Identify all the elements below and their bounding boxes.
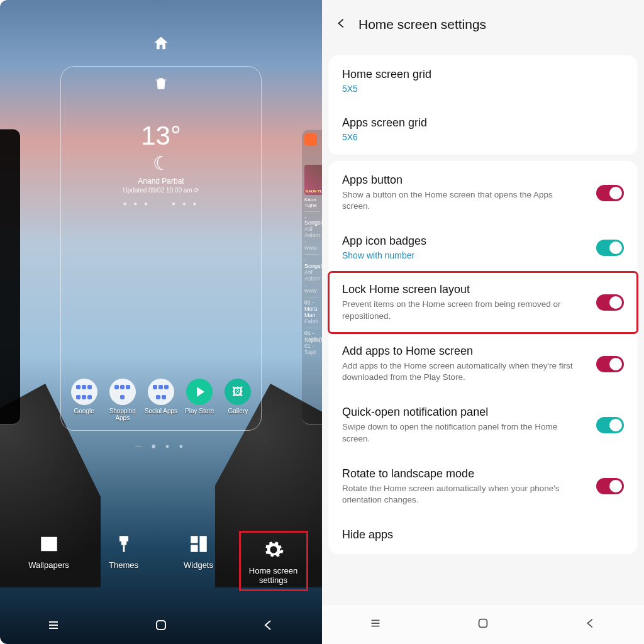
- app-bar: Home screen settings: [322, 0, 644, 49]
- row-home-screen-grid[interactable]: Home screen grid 5X5: [328, 57, 638, 105]
- toggle-add-apps-home[interactable]: [596, 356, 624, 372]
- dock-folders: Google Shopping Apps Social Apps Play St…: [61, 379, 261, 421]
- page-peek-right-music[interactable]: Kaun Tujhe - SongsCloud.Atif Aslam - www…: [302, 129, 322, 425]
- image-icon: [14, 531, 84, 557]
- app-gallery[interactable]: 🖼Gallery: [219, 379, 256, 421]
- home-default-icon[interactable]: [152, 35, 170, 55]
- toggle-apps-button[interactable]: [596, 185, 624, 201]
- row-add-apps-home[interactable]: Add apps to Home screen Add apps to the …: [328, 333, 638, 394]
- delete-page-icon[interactable]: [153, 75, 169, 94]
- launcher-edit-screen: Kaun Tujhe - SongsCloud.Atif Aslam - www…: [0, 0, 322, 644]
- wallpapers-button[interactable]: Wallpapers: [14, 531, 84, 591]
- settings-card-main: Apps button Show a button on the Home sc…: [328, 161, 638, 554]
- settings-card-grid: Home screen grid 5X5 Apps screen grid 5X…: [328, 55, 638, 155]
- svg-rect-1: [479, 619, 487, 627]
- row-apps-screen-grid[interactable]: Apps screen grid 5X6: [328, 105, 638, 153]
- row-hide-apps[interactable]: Hide apps: [328, 517, 638, 553]
- launcher-bottom-actions: Wallpapers Themes Widgets Home screen se…: [0, 531, 322, 591]
- nav-recent-icon[interactable]: [369, 616, 382, 633]
- song-item: 01 - Mera ManFalak: [304, 297, 320, 325]
- row-rotate-landscape[interactable]: Rotate to landscape mode Rotate the Home…: [328, 456, 638, 517]
- home-page-thumbnail[interactable]: 13° ☾ Anand Parbat Updated 09/02 10:00 a…: [60, 66, 262, 431]
- app-play-store[interactable]: Play Store: [181, 379, 218, 421]
- nav-home-icon[interactable]: [153, 618, 169, 633]
- nav-back-icon[interactable]: [584, 616, 597, 633]
- album-art: [304, 165, 322, 195]
- settings-list[interactable]: Home screen grid 5X5 Apps screen grid 5X…: [322, 49, 644, 644]
- widget-dots: ● ● ● ● ● ●: [123, 200, 199, 207]
- song-item: 01 - Sajda(MyM01 - Sajd: [304, 328, 320, 356]
- row-quick-open-panel[interactable]: Quick-open notification panel Swipe down…: [328, 394, 638, 455]
- moon-icon: ☾: [125, 152, 198, 174]
- flipboard-icon: [304, 133, 317, 146]
- page-peek-left[interactable]: [0, 129, 20, 425]
- weather-location: Anand Parbat: [123, 177, 199, 186]
- row-apps-button[interactable]: Apps button Show a button on the Home sc…: [328, 162, 638, 223]
- back-button[interactable]: [335, 16, 348, 33]
- row-app-icon-badges[interactable]: App icon badges Show with number: [328, 223, 638, 272]
- weather-widget[interactable]: 13° ☾ Anand Parbat Updated 09/02 10:00 a…: [123, 121, 199, 194]
- row-lock-home-layout[interactable]: Lock Home screen layout Prevent items on…: [328, 272, 638, 333]
- folder-google[interactable]: Google: [66, 379, 103, 421]
- folder-shopping[interactable]: Shopping Apps: [104, 379, 141, 421]
- nav-back-icon[interactable]: [261, 618, 276, 633]
- toggle-quick-open-panel[interactable]: [596, 417, 624, 433]
- toggle-app-icon-badges[interactable]: [596, 240, 624, 256]
- toggle-lock-home-layout[interactable]: [596, 294, 624, 311]
- page-title: Home screen settings: [358, 17, 486, 32]
- nav-bar: [0, 606, 322, 644]
- themes-button[interactable]: Themes: [89, 531, 158, 591]
- brush-icon: [89, 531, 158, 557]
- settings-screen: Home screen settings Home screen grid 5X…: [322, 0, 644, 644]
- folder-social[interactable]: Social Apps: [143, 379, 179, 421]
- now-playing-title: Kaun Tujhe: [304, 197, 320, 209]
- svg-rect-0: [157, 621, 165, 630]
- weather-temp: 13°: [123, 121, 199, 151]
- gear-icon: [242, 536, 305, 563]
- song-item: - SongsCloud.Atif Aslam - www.: [304, 254, 320, 294]
- widgets-icon: [164, 531, 233, 557]
- weather-updated: Updated 09/02 10:00 am ⟳: [123, 187, 199, 194]
- song-item: - SongsCloud.Atif Aslam - www.: [304, 211, 320, 252]
- nav-home-icon[interactable]: [476, 616, 490, 633]
- page-indicator: — ■ ● ●: [135, 442, 187, 450]
- nav-bar: [322, 604, 644, 644]
- toggle-rotate-landscape[interactable]: [596, 478, 624, 494]
- nav-recent-icon[interactable]: [46, 618, 61, 633]
- widgets-button[interactable]: Widgets: [164, 531, 233, 591]
- home-screen-settings-button[interactable]: Home screen settings: [239, 531, 308, 591]
